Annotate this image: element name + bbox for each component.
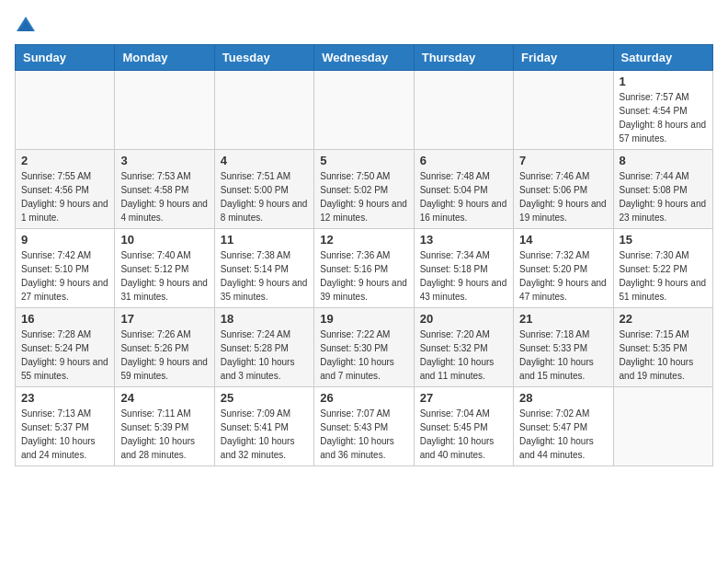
calendar-cell: 20Sunrise: 7:20 AM Sunset: 5:32 PM Dayli… — [414, 308, 513, 387]
calendar-cell: 5Sunrise: 7:50 AM Sunset: 5:02 PM Daylig… — [314, 150, 414, 229]
day-info: Sunrise: 7:26 AM Sunset: 5:26 PM Dayligh… — [120, 327, 208, 383]
day-info: Sunrise: 7:07 AM Sunset: 5:43 PM Dayligh… — [320, 407, 407, 462]
day-number: 2 — [21, 154, 108, 167]
day-info: Sunrise: 7:24 AM Sunset: 5:28 PM Dayligh… — [221, 327, 308, 383]
header-day-monday: Monday — [115, 45, 214, 71]
calendar-cell: 15Sunrise: 7:30 AM Sunset: 5:22 PM Dayli… — [613, 229, 712, 308]
header-day-sunday: Sunday — [16, 45, 115, 71]
header — [15, 15, 713, 37]
day-number: 17 — [120, 312, 208, 326]
day-info: Sunrise: 7:53 AM Sunset: 4:58 PM Dayligh… — [120, 169, 208, 224]
calendar-cell — [16, 71, 115, 150]
calendar-cell: 25Sunrise: 7:09 AM Sunset: 5:41 PM Dayli… — [214, 387, 313, 466]
day-number: 1 — [620, 75, 707, 88]
day-info: Sunrise: 7:46 AM Sunset: 5:06 PM Dayligh… — [519, 169, 607, 224]
calendar-week-row: 1Sunrise: 7:57 AM Sunset: 4:54 PM Daylig… — [16, 71, 713, 150]
day-info: Sunrise: 7:51 AM Sunset: 5:00 PM Dayligh… — [221, 169, 308, 224]
day-number: 5 — [320, 154, 407, 167]
calendar-cell: 18Sunrise: 7:24 AM Sunset: 5:28 PM Dayli… — [214, 308, 313, 387]
day-info: Sunrise: 7:15 AM Sunset: 5:35 PM Dayligh… — [620, 327, 707, 383]
day-info: Sunrise: 7:34 AM Sunset: 5:18 PM Dayligh… — [420, 248, 507, 304]
header-day-wednesday: Wednesday — [314, 45, 414, 71]
calendar-cell: 26Sunrise: 7:07 AM Sunset: 5:43 PM Dayli… — [314, 387, 414, 466]
day-number: 12 — [320, 233, 407, 247]
day-number: 25 — [221, 391, 308, 405]
calendar-cell — [214, 71, 313, 150]
day-info: Sunrise: 7:38 AM Sunset: 5:14 PM Dayligh… — [221, 248, 308, 304]
day-info: Sunrise: 7:18 AM Sunset: 5:33 PM Dayligh… — [519, 327, 607, 383]
calendar-cell: 28Sunrise: 7:02 AM Sunset: 5:47 PM Dayli… — [514, 387, 613, 466]
day-number: 23 — [21, 391, 108, 405]
day-info: Sunrise: 7:44 AM Sunset: 5:08 PM Dayligh… — [620, 169, 707, 224]
day-info: Sunrise: 7:48 AM Sunset: 5:04 PM Dayligh… — [420, 169, 507, 224]
calendar-cell: 16Sunrise: 7:28 AM Sunset: 5:24 PM Dayli… — [16, 308, 115, 387]
calendar-cell: 3Sunrise: 7:53 AM Sunset: 4:58 PM Daylig… — [115, 150, 214, 229]
calendar-cell: 24Sunrise: 7:11 AM Sunset: 5:39 PM Dayli… — [115, 387, 214, 466]
day-info: Sunrise: 7:13 AM Sunset: 5:37 PM Dayligh… — [21, 407, 108, 462]
calendar-cell: 9Sunrise: 7:42 AM Sunset: 5:10 PM Daylig… — [16, 229, 115, 308]
day-info: Sunrise: 7:57 AM Sunset: 4:54 PM Dayligh… — [620, 90, 707, 145]
calendar-cell: 23Sunrise: 7:13 AM Sunset: 5:37 PM Dayli… — [16, 387, 115, 466]
calendar-cell — [314, 71, 414, 150]
day-info: Sunrise: 7:28 AM Sunset: 5:24 PM Dayligh… — [21, 327, 108, 383]
calendar-cell: 21Sunrise: 7:18 AM Sunset: 5:33 PM Dayli… — [514, 308, 613, 387]
calendar-cell: 19Sunrise: 7:22 AM Sunset: 5:30 PM Dayli… — [314, 308, 414, 387]
calendar-cell: 2Sunrise: 7:55 AM Sunset: 4:56 PM Daylig… — [16, 150, 115, 229]
header-day-tuesday: Tuesday — [214, 45, 313, 71]
calendar-cell: 17Sunrise: 7:26 AM Sunset: 5:26 PM Dayli… — [115, 308, 214, 387]
calendar-cell: 11Sunrise: 7:38 AM Sunset: 5:14 PM Dayli… — [214, 229, 313, 308]
day-info: Sunrise: 7:50 AM Sunset: 5:02 PM Dayligh… — [320, 169, 407, 224]
day-number: 15 — [620, 233, 707, 247]
day-info: Sunrise: 7:09 AM Sunset: 5:41 PM Dayligh… — [221, 407, 308, 462]
header-day-saturday: Saturday — [613, 45, 712, 71]
day-number: 4 — [221, 154, 308, 167]
calendar-cell — [613, 387, 712, 466]
calendar-week-row: 9Sunrise: 7:42 AM Sunset: 5:10 PM Daylig… — [16, 229, 713, 308]
day-info: Sunrise: 7:02 AM Sunset: 5:47 PM Dayligh… — [519, 407, 607, 462]
calendar-cell: 13Sunrise: 7:34 AM Sunset: 5:18 PM Dayli… — [414, 229, 513, 308]
day-info: Sunrise: 7:30 AM Sunset: 5:22 PM Dayligh… — [620, 248, 707, 304]
day-info: Sunrise: 7:11 AM Sunset: 5:39 PM Dayligh… — [120, 407, 208, 462]
calendar-cell: 12Sunrise: 7:36 AM Sunset: 5:16 PM Dayli… — [314, 229, 414, 308]
day-number: 19 — [320, 312, 407, 326]
day-info: Sunrise: 7:22 AM Sunset: 5:30 PM Dayligh… — [320, 327, 407, 383]
logo — [15, 15, 40, 37]
day-number: 13 — [420, 233, 507, 247]
calendar-cell: 4Sunrise: 7:51 AM Sunset: 5:00 PM Daylig… — [214, 150, 313, 229]
day-number: 27 — [420, 391, 507, 405]
calendar-week-row: 2Sunrise: 7:55 AM Sunset: 4:56 PM Daylig… — [16, 150, 713, 229]
calendar: SundayMondayTuesdayWednesdayThursdayFrid… — [15, 44, 713, 466]
day-number: 11 — [221, 233, 308, 247]
day-info: Sunrise: 7:40 AM Sunset: 5:12 PM Dayligh… — [120, 248, 208, 304]
logo-icon — [15, 15, 37, 37]
header-day-friday: Friday — [514, 45, 613, 71]
day-number: 14 — [519, 233, 607, 247]
calendar-cell: 6Sunrise: 7:48 AM Sunset: 5:04 PM Daylig… — [414, 150, 513, 229]
calendar-cell: 14Sunrise: 7:32 AM Sunset: 5:20 PM Dayli… — [514, 229, 613, 308]
calendar-cell: 8Sunrise: 7:44 AM Sunset: 5:08 PM Daylig… — [613, 150, 712, 229]
header-day-thursday: Thursday — [414, 45, 513, 71]
day-info: Sunrise: 7:36 AM Sunset: 5:16 PM Dayligh… — [320, 248, 407, 304]
calendar-cell: 1Sunrise: 7:57 AM Sunset: 4:54 PM Daylig… — [613, 71, 712, 150]
calendar-cell: 10Sunrise: 7:40 AM Sunset: 5:12 PM Dayli… — [115, 229, 214, 308]
calendar-cell: 22Sunrise: 7:15 AM Sunset: 5:35 PM Dayli… — [613, 308, 712, 387]
day-info: Sunrise: 7:04 AM Sunset: 5:45 PM Dayligh… — [420, 407, 507, 462]
calendar-cell — [115, 71, 214, 150]
calendar-week-row: 16Sunrise: 7:28 AM Sunset: 5:24 PM Dayli… — [16, 308, 713, 387]
day-info: Sunrise: 7:42 AM Sunset: 5:10 PM Dayligh… — [21, 248, 108, 304]
day-info: Sunrise: 7:32 AM Sunset: 5:20 PM Dayligh… — [519, 248, 607, 304]
day-number: 9 — [21, 233, 108, 247]
day-number: 16 — [21, 312, 108, 326]
day-number: 10 — [120, 233, 208, 247]
calendar-header-row: SundayMondayTuesdayWednesdayThursdayFrid… — [16, 45, 713, 71]
day-number: 22 — [620, 312, 707, 326]
day-number: 20 — [420, 312, 507, 326]
day-number: 26 — [320, 391, 407, 405]
day-number: 6 — [420, 154, 507, 167]
calendar-cell — [414, 71, 513, 150]
day-number: 7 — [519, 154, 607, 167]
day-number: 3 — [120, 154, 208, 167]
day-number: 28 — [519, 391, 607, 405]
calendar-week-row: 23Sunrise: 7:13 AM Sunset: 5:37 PM Dayli… — [16, 387, 713, 466]
day-number: 18 — [221, 312, 308, 326]
